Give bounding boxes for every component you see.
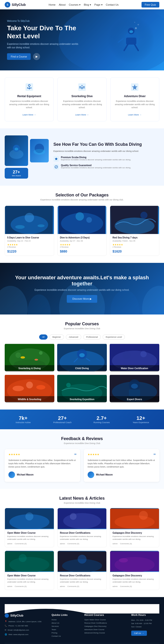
course-image-expert: Expert Divers <box>110 374 159 402</box>
logo-icon: S <box>5 2 10 8</box>
svg-point-66 <box>36 385 45 389</box>
about-section: 27+ Win Award See How Far You Can Go Wit… <box>0 128 164 186</box>
filter-beginner[interactable]: Beginner <box>49 334 64 340</box>
svg-point-78 <box>25 512 33 520</box>
site-logo[interactable]: S SillyClub <box>5 2 26 8</box>
course-card-1[interactable]: Child Diving <box>57 343 107 372</box>
filter-experience[interactable]: Experience Level <box>103 334 125 340</box>
footer-call-button[interactable]: Call Us: → <box>131 630 147 636</box>
logo-text: SillyClub <box>12 3 26 6</box>
news-card-1-1[interactable]: Rescue Diver Certifications Experience i… <box>57 550 107 590</box>
news-card-0-2[interactable]: Galapagos Dive Discovery Experience incr… <box>110 508 159 547</box>
course-card-4[interactable]: Snorkeling Expedition <box>57 374 107 402</box>
course-image-expedition: Snorkeling Expedition <box>57 374 107 402</box>
course-card-5[interactable]: Expert Divers <box>110 374 159 402</box>
svg-point-86 <box>9 557 49 572</box>
news-meta-1-2: admin Comments (0) <box>113 585 157 588</box>
package-stars-0: ★★★★★ <box>7 244 51 246</box>
package-card-2[interactable]: Red Sea Diving 7 days Availability: Feb0… <box>110 206 159 256</box>
footer-work-hours: Work Hours Mon - Fri: 8:00 - 5:00 PM Sat… <box>131 614 159 638</box>
packages-title: Selection of Our Packages <box>5 193 159 198</box>
hero-cta-button[interactable]: Find a Course <box>7 53 31 60</box>
nav-blog[interactable]: Blog ▾ <box>84 3 91 6</box>
courses-title: Popular Courses <box>5 322 159 326</box>
news-body-1-0: Open Water Diver Course Experience incre… <box>5 572 54 590</box>
service-card-rental: Rental Equipment Experience incredible e… <box>5 78 54 121</box>
package-title-0: 5 Days Learn to Dive Course <box>7 236 51 239</box>
footer-link-5[interactable]: Contact Us <box>51 635 80 637</box>
news-meta-0-0: admin Comments (0) <box>7 542 51 545</box>
course-filters: All Beginner Advanced Professional Exper… <box>5 334 159 340</box>
filter-advanced[interactable]: Advanced <box>66 334 81 340</box>
footer-link-2[interactable]: Services <box>51 625 80 627</box>
nav-courses[interactable]: Courses ▾ <box>69 3 81 6</box>
news-card-0-0[interactable]: Open Water Diver Course Experience incre… <box>5 508 54 547</box>
footer-address: 📍 Address: 121/4, Blv, Lorem Ipsum, USA … <box>5 620 47 636</box>
footer-links-list: Home About Us Services Team Pricing Cont… <box>51 619 80 637</box>
course-label-1: Child Diving <box>57 365 107 372</box>
review-avatar-1 <box>88 472 94 478</box>
service-desc-0: Experience incredible emotions discover … <box>9 100 50 109</box>
news-author-1-1: admin <box>60 585 65 588</box>
news-title-1-2: Galapagos Dive Discovery <box>113 574 157 577</box>
filter-professional[interactable]: Professional <box>83 334 101 340</box>
about-title: See How Far You Can Go With Scuba Diving <box>53 142 159 147</box>
nav-home[interactable]: Home <box>49 3 55 6</box>
footer-course-3: Adventure Diver Course <box>84 628 127 630</box>
about-feature-content-0: Premium Scuba Diving Experience incredib… <box>61 156 131 161</box>
stat-2: 2.7+ Running Courses <box>83 415 120 424</box>
packages-section: Selection of Our Packages Experience inc… <box>0 186 164 263</box>
footer-link-1[interactable]: About Us <box>51 622 80 624</box>
filter-all[interactable]: All <box>39 334 48 340</box>
footer-hours-text: Mon - Fri: 8:00 - 5:00 PM Sat: 9:00 AM -… <box>131 619 159 629</box>
news-card-1-2[interactable]: Galapagos Dive Discovery Experience incr… <box>110 550 159 590</box>
stat-label-3: Years Experience <box>123 421 160 424</box>
news-image-0-0 <box>5 508 54 529</box>
package-body-2: Red Sea Diving 7 days Availability: Feb0… <box>110 234 159 256</box>
news-body-0-1: Rescue Diver Certifications Experience i… <box>58 529 107 547</box>
service-desc-2: Experience incredible emotions discover … <box>114 100 155 109</box>
svg-point-80 <box>63 513 101 528</box>
news-image-1-1 <box>58 551 107 572</box>
footer-link-0[interactable]: Home <box>51 619 80 621</box>
stat-num-1: 27+ <box>44 415 81 421</box>
news-author-0-2: admin <box>113 542 118 545</box>
package-card-0[interactable]: 5 Days Learn to Dive Course Availability… <box>5 206 54 256</box>
nav-page[interactable]: Page ▾ <box>94 3 103 6</box>
footer-courses-list: Open Water Diver Course Rescue Diver Cer… <box>84 619 127 634</box>
hero-play-button[interactable]: ▶ <box>33 53 40 60</box>
footer-hours-title: Work Hours <box>131 614 159 616</box>
service-card-adventure: Adventure Diver Experience incredible em… <box>110 78 159 121</box>
svg-point-36 <box>75 212 84 220</box>
service-link-1[interactable]: Learn More → <box>75 114 89 116</box>
footer-link-3[interactable]: Team <box>51 628 80 630</box>
course-card-3[interactable]: Wildlife & Snorkeling <box>5 374 54 402</box>
footer-link-4[interactable]: Pricing <box>51 632 80 634</box>
footer-course-2: Galapagos Dive Discovery <box>84 625 127 627</box>
nav-cta-button[interactable]: Free Quiz <box>142 2 159 8</box>
service-link-2[interactable]: Learn More → <box>128 114 142 116</box>
nav-contact[interactable]: Contact Us <box>106 3 119 6</box>
premium-icon <box>53 156 59 162</box>
review-avatar-0 <box>8 472 15 478</box>
service-desc-1: Experience incredible emotions discover … <box>61 100 102 109</box>
svg-point-18 <box>81 85 83 86</box>
news-card-1-0[interactable]: Open Water Diver Course Experience incre… <box>5 550 54 590</box>
service-link-0[interactable]: Learn More → <box>22 114 36 116</box>
about-badge-text: Win Award <box>7 174 26 177</box>
news-comments-1-2: Comments (0) <box>120 585 132 588</box>
news-comments-1-1: Comments (0) <box>67 585 79 588</box>
course-card-2[interactable]: Water Diver Certification <box>110 343 159 372</box>
review-stars-0: ★★★★★ <box>8 453 20 456</box>
package-card-1[interactable]: Dive to Adventure (3 Days) Availability:… <box>57 206 107 256</box>
svg-point-24 <box>14 148 18 150</box>
navbar: S SillyClub Home About Courses ▾ Blog ▾ … <box>0 0 164 10</box>
hero-welcome: Welcome To SillyClub <box>7 20 82 22</box>
news-card-0-1[interactable]: Rescue Diver Certifications Experience i… <box>57 508 107 547</box>
footer-divider <box>5 643 159 643</box>
nav-about[interactable]: About <box>59 3 66 6</box>
about-content: See How Far You Can Go With Scuba Diving… <box>53 142 159 172</box>
news-desc-1-2: Experience incredible emotions discover … <box>113 578 157 584</box>
course-card-0[interactable]: Snorkeling & Diving <box>5 343 54 372</box>
svg-point-37 <box>86 217 92 223</box>
